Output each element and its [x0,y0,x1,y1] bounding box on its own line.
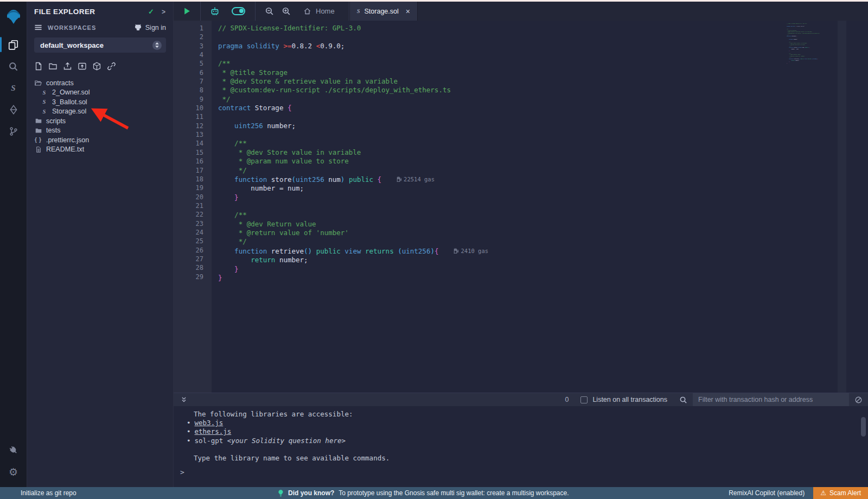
code-line: */ [218,166,868,175]
pin-chevron-right-icon[interactable]: > [162,8,165,16]
terminal-prompt[interactable]: > [174,468,868,477]
plugin-manager-icon[interactable] [0,439,27,461]
folder-open-icon [34,79,42,87]
transaction-filter-input[interactable] [693,393,849,407]
tree-item-label: .prettierrc.json [46,136,89,144]
new-folder-icon[interactable] [48,62,58,71]
listen-all-transactions-checkbox[interactable] [580,396,588,403]
code-line: function store(uint256 num) public {2251… [218,175,868,185]
terminal-line [174,445,868,454]
editor-minimap[interactable]: // SPDX-License-Identifier: GPL-3.0 prag… [787,23,837,93]
terminal-line: •ethers.js [174,427,868,436]
icon-rail: S ⚙ [0,2,27,487]
tree-item-label: 3_Ballot.sol [52,98,87,106]
home-icon [303,7,311,15]
copilot-toggle-on[interactable] [227,2,250,21]
clear-console-ban-icon[interactable] [854,396,863,404]
settings-gear-icon[interactable]: ⚙ [0,461,27,483]
solidity-icon: S [40,90,48,96]
library-link[interactable]: ethers.js [195,427,232,435]
sign-in-button[interactable]: Sign in [134,24,166,31]
tree-item--prettierrc-json[interactable]: { }.prettierrc.json [27,135,173,145]
code-line [218,112,868,121]
search-icon[interactable] [0,55,27,77]
code-content: // SPDX-License-Identifier: GPL-3.0 prag… [212,21,868,393]
code-editor[interactable]: 1234567891011121314151617181920212223242… [174,21,868,393]
solidity-icon: S [40,109,48,115]
code-line: } [787,62,837,64]
panel-title: FILE EXPLORER [34,8,148,16]
code-line: } [218,274,868,282]
code-line: * @custom:dev-run-script ./scripts/deplo… [218,86,868,94]
new-file-icon[interactable] [34,62,43,71]
upload-folder-icon[interactable] [78,62,87,71]
tree-item-scripts[interactable]: scripts [27,116,173,126]
tree-item-contracts[interactable]: contracts [27,78,173,88]
transaction-count-badge: 0 [565,396,569,403]
tab-home[interactable]: Home [295,7,343,15]
remixai-copilot-status[interactable]: RemixAI Copilot (enabled) [729,489,805,497]
ai-robot-icon[interactable] [206,2,224,21]
run-script-play-button[interactable] [179,2,195,21]
tree-item-label: README.txt [46,146,84,153]
workspaces-menu-icon[interactable] [34,23,42,31]
code-line: * @title Storage [218,68,868,77]
tab-close-icon[interactable]: × [406,8,410,15]
terminal-line: Type the library name to see available c… [174,454,868,463]
scam-alert-button[interactable]: ⚠ Scam Alert [813,487,868,499]
tree-item-2-owner-sol[interactable]: S2_Owner.sol [27,88,173,98]
code-line: return number; [218,256,868,264]
tree-item-label: Storage.sol [52,108,86,115]
workspace-select[interactable]: default_workspace [34,37,166,53]
solidity-file-icon: S [357,8,360,14]
code-line: */ [218,237,868,246]
file-explorer-icon[interactable] [0,34,27,55]
accept-check-icon[interactable]: ✓ [148,8,154,16]
folder-icon [34,117,42,124]
link-icon[interactable] [107,62,116,71]
zoom-in-icon[interactable] [278,2,295,21]
tree-item-storage-sol[interactable]: SStorage.sol [27,107,173,117]
listen-all-transactions-label: Listen on all transactions [592,396,667,403]
github-icon [134,24,142,31]
code-line: number = num; [218,184,868,193]
tree-item-label: contracts [46,79,74,87]
solidity-compiler-icon[interactable]: S [0,77,27,99]
code-line: /** [218,59,868,68]
upload-file-icon[interactable] [63,62,72,71]
terminal-output[interactable]: The following libraries are accessible:•… [174,406,868,487]
tree-item-label: 2_Owner.sol [52,89,90,96]
terminal-line: •web3.js [174,419,868,427]
file-explorer-panel: FILE EXPLORER ✓ > WORKSPACES Sign in [27,2,174,487]
remix-logo-icon[interactable] [0,5,27,27]
zoom-out-icon[interactable] [261,2,278,21]
terminal-scrollbar-thumb[interactable] [861,417,866,437]
code-line: * @param num value to store [218,157,868,166]
lightbulb-icon [278,489,284,497]
code-line: * @return value of 'number' [218,229,868,237]
tree-item-label: tests [46,127,60,134]
code-line: * @dev Store value in variable [218,148,868,157]
editor-scrollbar-track[interactable] [838,21,846,393]
code-line: uint256 number; [218,122,868,130]
terminal-expand-chevrons-icon[interactable] [179,393,189,406]
tree-item-label: scripts [46,117,66,125]
deploy-and-run-icon[interactable] [0,99,27,121]
tab-storage-sol[interactable]: S Storage.sol × [349,2,418,21]
git-icon[interactable] [0,121,27,142]
tree-item-tests[interactable]: tests [27,126,173,136]
code-line: contract Storage { [218,104,868,112]
window-top-edge [0,0,868,2]
tree-item-readme-txt[interactable]: README.txt [27,145,173,155]
tree-item-3-ballot-sol[interactable]: S3_Ballot.sol [27,97,173,107]
terminal-line: The following libraries are accessible: [174,410,868,419]
code-line: */ [218,95,868,104]
json-icon: { } [34,137,42,143]
code-line: /** [218,211,868,219]
library-link[interactable]: web3.js [195,419,224,427]
terminal-line: •sol-gpt <your Solidity question here> [174,437,868,445]
ipfs-box-icon[interactable] [92,62,101,71]
code-line [218,130,868,139]
terminal-search-icon[interactable] [679,396,687,404]
init-git-repo-button[interactable]: Initialize as git repo [21,489,76,497]
